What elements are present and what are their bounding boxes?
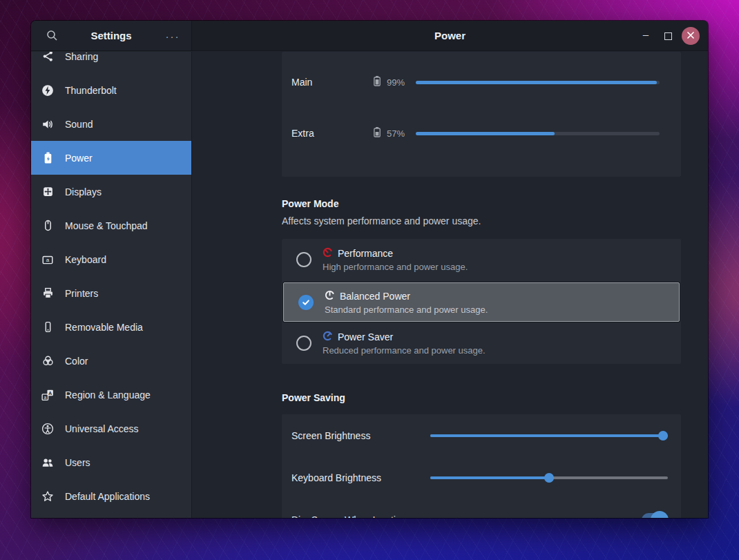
power-mode-option-power-saver[interactable]: Power Saver Reduced performance and powe… bbox=[282, 322, 681, 364]
power-mode-option-performance[interactable]: Performance High performance and power u… bbox=[282, 239, 681, 280]
color-icon bbox=[41, 354, 55, 368]
battery-row-extra: Extra 57% bbox=[282, 108, 681, 159]
users-icon bbox=[41, 456, 55, 470]
power-mode-heading: Power Mode bbox=[282, 198, 338, 209]
sidebar-item-universal-access[interactable]: Universal Access bbox=[31, 412, 191, 445]
screen-brightness-row: Screen Brightness bbox=[282, 414, 681, 456]
keyboard-brightness-slider[interactable] bbox=[430, 473, 668, 483]
speaker-icon bbox=[41, 117, 55, 131]
sidebar: Sharing Thunderbolt Sound Power Displays bbox=[31, 52, 192, 518]
toggle-knob bbox=[651, 511, 669, 519]
radio-unchecked[interactable] bbox=[296, 252, 311, 267]
dim-screen-toggle[interactable] bbox=[642, 513, 666, 519]
power-mode-subtitle: Affects system performance and power usa… bbox=[282, 215, 481, 226]
option-label: Performance bbox=[338, 248, 393, 259]
sidebar-header: Settings ··· bbox=[31, 21, 192, 50]
share-icon bbox=[41, 52, 55, 64]
sidebar-item-label: Thunderbolt bbox=[65, 85, 117, 96]
settings-window: Settings ··· Power – bbox=[31, 21, 708, 518]
sidebar-item-printers[interactable]: Printers bbox=[31, 276, 191, 310]
window-title: Power bbox=[434, 30, 466, 41]
keyboard-brightness-label: Keyboard Brightness bbox=[291, 472, 430, 483]
power-mode-option-balanced[interactable]: Balanced Power Standard performance and … bbox=[283, 282, 680, 322]
minimize-button[interactable]: – bbox=[637, 28, 654, 44]
titlebar-main[interactable]: Power – bbox=[192, 21, 708, 50]
close-button[interactable] bbox=[682, 27, 700, 45]
sidebar-item-label: Printers bbox=[65, 288, 98, 299]
battery-level-icon bbox=[373, 75, 381, 89]
battery-percent: 57% bbox=[387, 128, 416, 139]
desktop-wallpaper: Settings ··· Power – bbox=[0, 0, 739, 560]
power-mode-card: Performance High performance and power u… bbox=[282, 239, 681, 364]
sidebar-item-removable-media[interactable]: Removable Media bbox=[31, 310, 191, 344]
balanced-gauge-icon bbox=[325, 290, 335, 302]
battery-label: Main bbox=[291, 77, 373, 88]
option-description: High performance and power usage. bbox=[323, 262, 468, 272]
window-controls: – bbox=[637, 21, 700, 51]
radio-unchecked[interactable] bbox=[296, 336, 311, 351]
sidebar-item-displays[interactable]: Displays bbox=[31, 175, 191, 209]
dim-screen-label: Dim Screen When Inactive bbox=[291, 514, 642, 519]
mouse-icon bbox=[41, 219, 55, 233]
sidebar-item-mouse-touchpad[interactable]: Mouse & Touchpad bbox=[31, 209, 191, 242]
sidebar-item-region-language[interactable]: Aa Region & Language bbox=[31, 378, 191, 412]
power-panel: Main 99% Extra 57% Power Mode Affects sy… bbox=[193, 52, 708, 518]
battery-row-main: Main 99% bbox=[282, 57, 681, 108]
keyboard-brightness-row: Keyboard Brightness bbox=[282, 456, 681, 499]
sidebar-item-sharing[interactable]: Sharing bbox=[31, 52, 191, 73]
screen-brightness-slider[interactable] bbox=[430, 431, 668, 441]
option-label: Balanced Power bbox=[340, 291, 410, 302]
sidebar-item-default-applications[interactable]: Default Applications bbox=[31, 479, 191, 513]
sidebar-item-users[interactable]: Users bbox=[31, 445, 191, 479]
battery-percent: 99% bbox=[387, 77, 416, 88]
sidebar-item-sound[interactable]: Sound bbox=[31, 107, 191, 141]
battery-progress-extra bbox=[416, 132, 660, 135]
battery-level-icon bbox=[373, 126, 381, 140]
option-label: Power Saver bbox=[338, 331, 393, 342]
radio-checked[interactable] bbox=[298, 295, 314, 310]
sidebar-item-label: Mouse & Touchpad bbox=[65, 220, 148, 231]
svg-text:a: a bbox=[44, 394, 46, 399]
star-icon bbox=[41, 490, 55, 503]
battery-icon bbox=[41, 151, 55, 165]
ellipsis-icon: ··· bbox=[166, 30, 180, 42]
removable-media-icon bbox=[41, 320, 55, 334]
sidebar-item-label: Sound bbox=[65, 119, 93, 130]
sidebar-item-label: Region & Language bbox=[65, 389, 151, 400]
sidebar-item-label: Users bbox=[65, 457, 90, 468]
sidebar-item-label: Removable Media bbox=[65, 322, 143, 333]
sidebar-item-power[interactable]: Power bbox=[31, 141, 191, 175]
printer-icon bbox=[41, 287, 55, 300]
displays-icon bbox=[41, 185, 55, 199]
battery-progress-main bbox=[416, 81, 660, 84]
thunderbolt-icon bbox=[41, 84, 55, 97]
sidebar-item-keyboard[interactable]: a Keyboard bbox=[31, 242, 191, 276]
sidebar-item-label: Displays bbox=[65, 186, 102, 197]
sidebar-item-color[interactable]: Color bbox=[31, 344, 191, 378]
slider-handle[interactable] bbox=[658, 431, 668, 441]
svg-text:A: A bbox=[48, 389, 52, 396]
region-language-icon: Aa bbox=[41, 388, 55, 402]
minimize-icon: – bbox=[643, 28, 649, 40]
keyboard-icon: a bbox=[41, 253, 55, 267]
titlebar: Settings ··· Power – bbox=[31, 21, 708, 51]
sidebar-item-label: Power bbox=[65, 153, 93, 164]
power-saving-card: Screen Brightness Keyboard Brightness bbox=[282, 414, 681, 518]
maximize-icon bbox=[664, 32, 672, 40]
maximize-button[interactable] bbox=[660, 28, 676, 44]
sidebar-item-label: Keyboard bbox=[65, 254, 106, 265]
option-description: Standard performance and power usage. bbox=[325, 305, 488, 315]
sidebar-list: Sharing Thunderbolt Sound Power Displays bbox=[31, 52, 191, 513]
dim-screen-row: Dim Screen When Inactive bbox=[282, 499, 681, 518]
svg-text:a: a bbox=[46, 257, 50, 263]
menu-button[interactable]: ··· bbox=[164, 27, 182, 45]
sidebar-item-label: Universal Access bbox=[65, 423, 139, 434]
screen-brightness-label: Screen Brightness bbox=[291, 430, 430, 441]
slider-handle[interactable] bbox=[544, 473, 554, 483]
sidebar-item-label: Sharing bbox=[65, 52, 98, 62]
universal-access-icon bbox=[41, 422, 55, 436]
sidebar-item-label: Color bbox=[65, 356, 88, 367]
power-saving-heading: Power Saving bbox=[282, 392, 345, 403]
sidebar-item-thunderbolt[interactable]: Thunderbolt bbox=[31, 73, 191, 107]
option-description: Reduced performance and power usage. bbox=[323, 345, 486, 356]
